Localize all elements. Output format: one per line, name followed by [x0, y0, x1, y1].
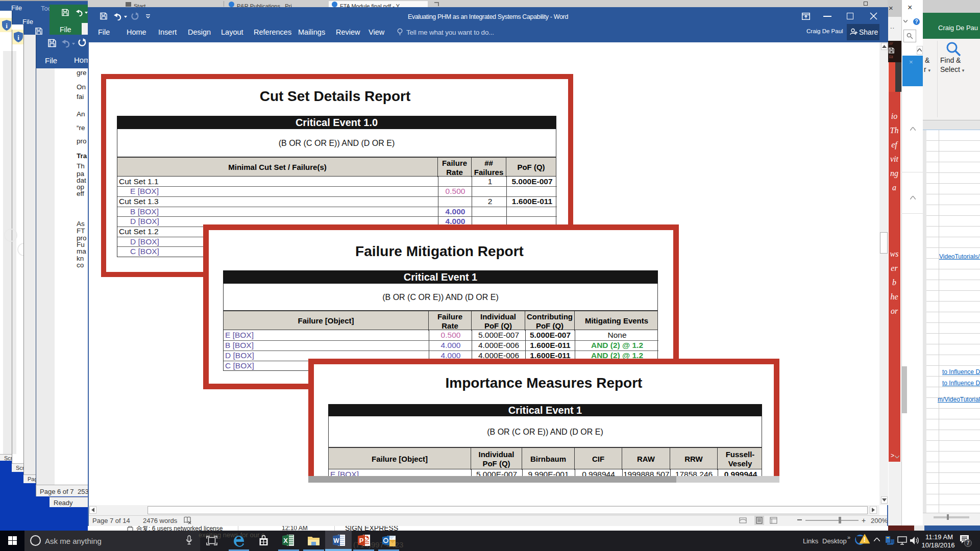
svg-text:i: i	[6, 22, 8, 30]
svg-text:X: X	[283, 537, 288, 544]
svg-text:i: i	[17, 34, 19, 41]
svg-text:!: !	[864, 536, 866, 543]
svg-text:P: P	[359, 537, 364, 544]
svg-text:W: W	[333, 537, 339, 544]
